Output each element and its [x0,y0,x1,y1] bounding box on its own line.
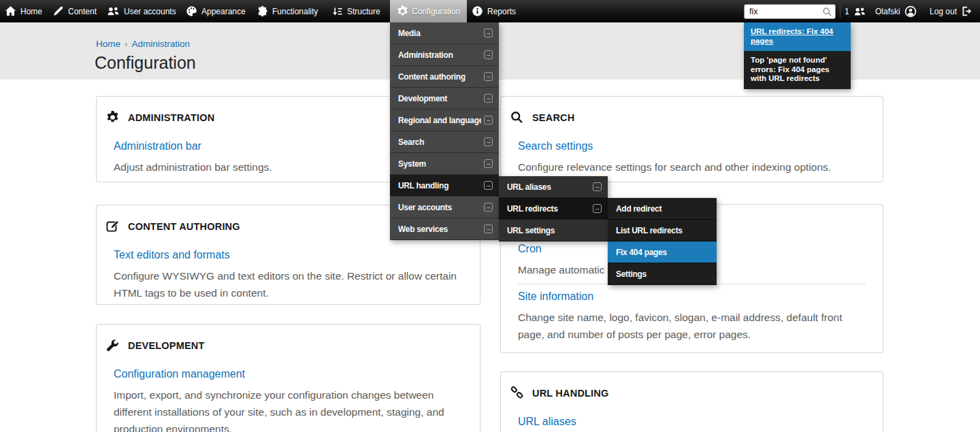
toolbar-item-label: Content [68,7,97,16]
admin-toolbar: Home Content User accounts Appearance Fu… [0,0,980,22]
toolbar-item-label: Reports [487,7,516,16]
card-development: DEVELOPMENT Configuration management Imp… [96,324,480,432]
submenu-arrow-icon: → [484,72,493,81]
online-users-count: 1 [845,7,849,16]
toolbar-item-label: Appearance [201,7,246,16]
logout-button[interactable]: Log out [930,0,973,22]
link-description: Import, export, and synchronize your con… [114,386,463,432]
search-result-url-redirects-fix-404[interactable]: URL redirects: Fix 404 pages [744,22,851,51]
toolbar-item-home[interactable]: Home [0,0,47,22]
magnifier-icon [510,111,523,124]
menu-item-web-services[interactable]: Web services→ [390,218,499,240]
toolbar-item-appearance[interactable]: Appearance [181,0,250,22]
menu-item-search[interactable]: Search→ [390,131,499,153]
submenu-arrow-icon: → [593,204,602,213]
search-result-top-page-not-found[interactable]: Top 'page not found' errors: Fix 404 pag… [744,51,851,89]
menu-item-media[interactable]: Media→ [390,22,499,44]
submenu-arrow-icon: → [484,50,493,59]
link-search-settings[interactable]: Search settings [518,140,593,152]
card-search: SEARCH Search settings Configure relevan… [500,96,883,182]
puzzle-icon [257,5,268,17]
toolbar-item-structure[interactable]: Structure [327,0,385,22]
submenu-arrow-icon: → [484,94,493,103]
page-title: Configuration [95,53,196,73]
url-handling-submenu: URL aliases→ URL redirects→ URL settings [499,176,608,242]
toolbar-item-content[interactable]: Content [48,0,101,22]
users-icon [853,6,866,17]
card-title: DEVELOPMENT [128,340,205,351]
link-description: Configure relevance settings for search … [518,159,866,176]
sort-icon [332,6,343,17]
toolbar-divider [840,5,840,18]
page: { "toolbar": { "items": [ {"label": "Hom… [0,0,980,432]
menu-item-url-redirects[interactable]: URL redirects→ [499,198,608,220]
menu-item-administration[interactable]: Administration→ [390,44,499,66]
users-icon [107,5,120,17]
menu-item-add-redirect[interactable]: Add redirect [608,198,717,220]
toolbar-item-label: Functionality [272,7,318,16]
breadcrumb: Home›Administration [96,39,190,49]
menu-item-settings[interactable]: Settings [608,263,717,285]
gear-icon [397,5,408,17]
menu-item-url-settings[interactable]: URL settings [499,220,608,242]
menu-item-regional-and-language[interactable]: Regional and language→ [390,110,499,131]
menu-item-url-aliases[interactable]: URL aliases→ [499,176,608,198]
account-menu[interactable]: Olafski [875,0,917,22]
card-url-handling: URL HANDLING URL aliases [500,371,883,432]
menu-item-system[interactable]: System→ [390,153,499,175]
menu-item-fix-404-pages[interactable]: Fix 404 pages [608,242,717,263]
search-results-dropdown: URL redirects: Fix 404 pages Top 'page n… [744,22,851,89]
submenu-arrow-icon: → [484,203,493,212]
logout-label: Log out [930,7,957,16]
menu-item-content-authoring[interactable]: Content authoring→ [390,66,499,88]
toolbar-item-reports[interactable]: Reports [467,0,521,22]
user-circle-icon [904,5,917,18]
submenu-arrow-icon: → [484,225,493,233]
pencil-icon [52,5,64,17]
toolbar-item-label: User accounts [124,7,176,16]
url-redirects-submenu: Add redirect List URL redirects Fix 404 … [608,198,717,285]
gear-icon [106,111,119,124]
breadcrumb-separator: › [125,39,128,49]
username: Olafski [875,7,900,16]
logout-icon [961,5,973,17]
palette-icon [186,5,197,17]
submenu-arrow-icon: → [593,182,602,191]
breadcrumb-link-home[interactable]: Home [96,39,120,49]
wrench-icon [106,339,119,352]
toolbar-item-functionality[interactable]: Functionality [252,0,323,22]
link-url-aliases[interactable]: URL aliases [518,416,576,428]
link-configuration-management[interactable]: Configuration management [114,368,245,380]
toolbar-item-label: Configuration [412,7,460,16]
menu-item-user-accounts[interactable]: User accounts→ [390,197,499,218]
card-title: ADMINISTRATION [128,112,214,123]
card-title: URL HANDLING [532,388,609,399]
card-title: CONTENT AUTHORING [128,221,240,232]
submenu-arrow-icon: → [484,137,493,146]
submenu-arrow-icon: → [484,159,493,168]
breadcrumb-link-administration[interactable]: Administration [132,39,191,49]
submenu-arrow-icon: → [484,29,493,37]
link-site-information[interactable]: Site information [518,290,593,303]
submenu-arrow-icon: → [484,116,493,124]
link-description: Change site name, logo, favicon, slogan,… [518,309,866,343]
edit-icon [106,220,119,233]
menu-item-development[interactable]: Development→ [390,88,499,110]
toolbar-search [744,4,836,19]
toolbar-item-label: Home [20,7,42,16]
link-description: Configure WYSIWYG and text editors on th… [114,267,463,301]
link-cron[interactable]: Cron [518,243,542,255]
configuration-dropdown-menu: Media→ Administration→ Content authoring… [390,22,499,240]
link-text-editors-and-formats[interactable]: Text editors and formats [114,249,230,261]
toolbar-item-configuration[interactable]: Configuration [390,0,467,22]
submenu-arrow-icon: → [484,181,493,190]
link-icon [510,386,523,399]
menu-item-url-handling[interactable]: URL handling→ [390,175,499,197]
toolbar-item-user-accounts[interactable]: User accounts [102,0,181,22]
link-administration-bar[interactable]: Administration bar [114,140,201,152]
home-icon [5,5,16,17]
online-users-indicator[interactable]: 1 [845,0,866,22]
card-title: SEARCH [532,112,574,123]
menu-item-list-url-redirects[interactable]: List URL redirects [608,220,717,242]
toolbar-item-label: Structure [347,7,380,16]
